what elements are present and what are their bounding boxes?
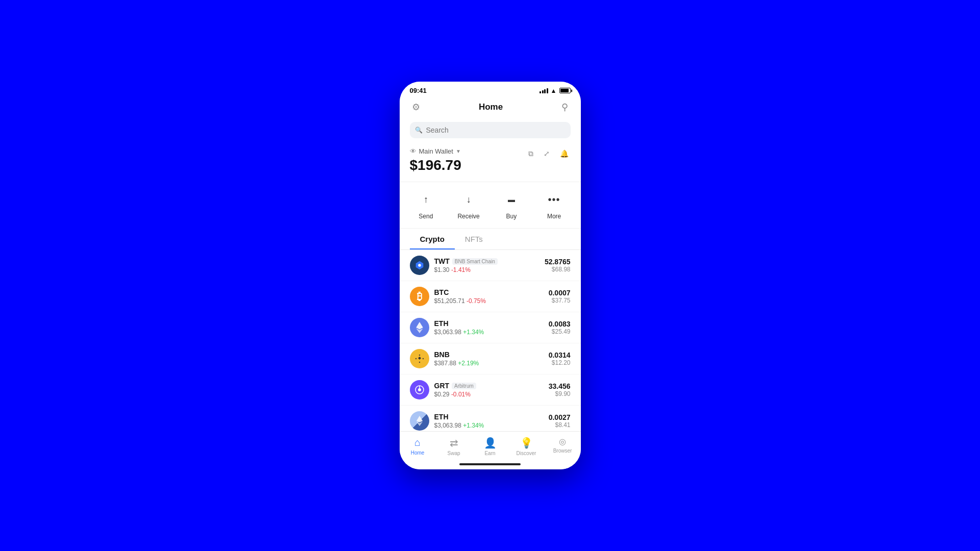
page-title: Home <box>479 102 503 112</box>
send-icon: ↑ <box>415 189 436 210</box>
list-item[interactable]: BNB $387.88 +2.19% 0.0314 $12.20 <box>400 343 581 374</box>
svg-point-8 <box>418 388 421 391</box>
swap-icon: ⇄ <box>450 437 458 449</box>
wifi-icon: ▲ <box>551 87 557 94</box>
search-bar <box>400 120 581 143</box>
home-indicator <box>400 459 581 469</box>
buy-button[interactable]: ▬ Buy <box>499 189 524 220</box>
wallet-name: Main Wallet <box>419 147 453 155</box>
nav-home-label: Home <box>411 450 425 456</box>
nav-swap[interactable]: ⇄ Swap <box>436 436 472 457</box>
chevron-down-icon[interactable]: ▼ <box>456 148 461 154</box>
bnb-info: BNB $387.88 +2.19% <box>434 350 549 367</box>
home-bar <box>459 463 521 465</box>
eth2-icon <box>410 411 429 431</box>
svg-rect-6 <box>422 358 424 360</box>
svg-marker-1 <box>416 322 423 329</box>
tab-nfts[interactable]: NFTs <box>455 229 493 249</box>
settings-icon[interactable]: ⚙ <box>410 99 422 115</box>
eye-icon[interactable]: 👁 <box>410 147 416 155</box>
wallet-section: 👁 Main Wallet ▼ $196.79 ⧉ ⤢ 🔔 <box>400 143 581 182</box>
bnb-amount: 0.0314 $12.20 <box>549 351 571 366</box>
twt-amount: 52.8765 $68.98 <box>545 258 571 273</box>
nav-discover[interactable]: 💡 Discover <box>508 436 545 457</box>
list-item[interactable]: GRT Arbitrum $0.29 -0.01% 33.456 $9.90 <box>400 374 581 406</box>
nav-home[interactable]: ⌂ Home <box>400 436 436 457</box>
bottom-nav: ⌂ Home ⇄ Swap 👤 Earn 💡 Discover ◎ Browse… <box>400 431 581 459</box>
svg-point-0 <box>418 264 421 267</box>
twt-info: TWT BNB Smart Chain $1.30 -1.41% <box>434 257 545 273</box>
svg-rect-5 <box>415 358 416 360</box>
buy-icon: ▬ <box>501 189 522 210</box>
nav-earn[interactable]: 👤 Earn <box>472 436 508 457</box>
bell-icon[interactable]: 🔔 <box>558 147 571 160</box>
btc-amount: 0.0007 $37.75 <box>549 289 571 304</box>
more-icon: ••• <box>544 189 565 210</box>
list-item[interactable]: ETH $3,063.98 +1.34% 0.0027 $8.41 <box>400 406 581 431</box>
list-item[interactable]: ETH $3,063.98 +1.34% 0.0083 $25.49 <box>400 312 581 343</box>
eth-amount: 0.0083 $25.49 <box>549 320 571 335</box>
buy-label: Buy <box>506 213 517 220</box>
action-buttons: ↑ Send ↓ Receive ▬ Buy ••• More <box>400 182 581 229</box>
browser-icon: ◎ <box>559 437 566 446</box>
eth2-amount: 0.0027 $8.41 <box>549 413 571 429</box>
more-label: More <box>547 213 561 220</box>
nav-swap-label: Swap <box>447 450 460 456</box>
tab-crypto[interactable]: Crypto <box>410 229 455 249</box>
copy-icon[interactable]: ⧉ <box>526 147 535 160</box>
receive-button[interactable]: ↓ Receive <box>456 189 481 220</box>
send-button[interactable]: ↑ Send <box>413 189 438 220</box>
discover-icon: 💡 <box>520 437 533 449</box>
send-label: Send <box>419 213 433 220</box>
crypto-list: TWT BNB Smart Chain $1.30 -1.41% 52.8765… <box>400 250 581 431</box>
wallet-icons: ⧉ ⤢ 🔔 <box>526 147 571 160</box>
nav-discover-label: Discover <box>517 450 536 456</box>
btc-info: BTC $51,205.71 -0.75% <box>434 288 549 305</box>
nav-browser-label: Browser <box>553 448 572 454</box>
signal-icon <box>540 88 548 93</box>
nav-browser[interactable]: ◎ Browser <box>545 436 581 457</box>
nav-earn-label: Earn <box>484 450 495 456</box>
btc-icon: ₿ <box>410 287 429 306</box>
grt-info: GRT Arbitrum $0.29 -0.01% <box>434 382 549 398</box>
bnb-icon <box>410 349 429 368</box>
receive-icon: ↓ <box>458 189 479 210</box>
svg-rect-4 <box>419 362 420 363</box>
phone-frame: 09:41 ▲ ⚙ Home ⚲ 👁 Main <box>400 82 581 469</box>
more-button[interactable]: ••• More <box>542 189 567 220</box>
status-bar: 09:41 ▲ <box>400 82 581 96</box>
grt-amount: 33.456 $9.90 <box>549 382 571 397</box>
eth2-info: ETH $3,063.98 +1.34% <box>434 413 549 429</box>
search-wrap <box>410 122 571 138</box>
asset-tabs: Crypto NFTs <box>400 229 581 250</box>
svg-rect-3 <box>419 355 420 356</box>
time: 09:41 <box>410 87 427 94</box>
eth-info: ETH $3,063.98 +1.34% <box>434 319 549 336</box>
list-item[interactable]: ₿ BTC $51,205.71 -0.75% 0.0007 $37.75 <box>400 281 581 312</box>
eth-icon <box>410 318 429 337</box>
search-input[interactable] <box>410 122 571 138</box>
status-icons: ▲ <box>540 87 570 94</box>
svg-marker-10 <box>416 416 422 422</box>
profile-icon[interactable]: ⚲ <box>559 99 570 115</box>
home-icon: ⌂ <box>414 437 421 448</box>
expand-icon[interactable]: ⤢ <box>542 147 552 160</box>
twt-icon <box>410 256 429 275</box>
earn-icon: 👤 <box>484 437 497 449</box>
list-item[interactable]: TWT BNB Smart Chain $1.30 -1.41% 52.8765… <box>400 250 581 281</box>
app-header: ⚙ Home ⚲ <box>400 96 581 120</box>
wallet-top: 👁 Main Wallet ▼ $196.79 ⧉ ⤢ 🔔 <box>410 147 571 174</box>
receive-label: Receive <box>457 213 479 220</box>
battery-icon <box>559 88 571 93</box>
grt-icon <box>410 380 429 399</box>
